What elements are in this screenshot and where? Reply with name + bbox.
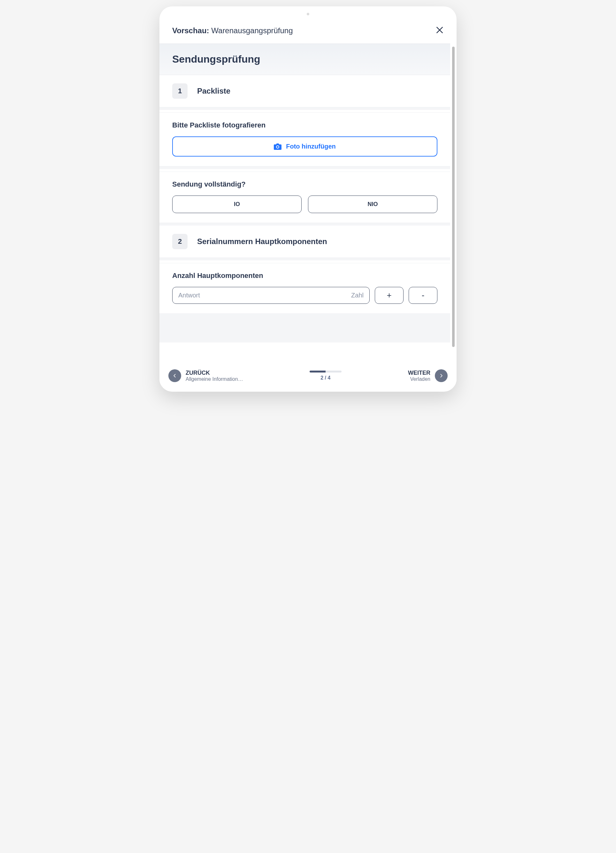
- number-unit: Zahl: [351, 292, 364, 299]
- close-icon[interactable]: [435, 26, 444, 36]
- choice-card: Sendung vollständig? IO NIO: [159, 172, 450, 223]
- camera-icon: [274, 143, 281, 150]
- step-number-badge: 2: [172, 234, 188, 249]
- step-title: Serialnummern Hauptkomponenten: [197, 237, 327, 246]
- choice-nio-button[interactable]: NIO: [308, 196, 437, 213]
- choice-row: IO NIO: [172, 196, 437, 213]
- divider: [159, 223, 450, 226]
- forward-text: WEITER Verladen: [408, 370, 430, 382]
- back-sublabel: Allgemeine Information…: [186, 376, 243, 382]
- forward-sublabel: Verladen: [410, 376, 430, 382]
- forward-button[interactable]: WEITER Verladen: [408, 369, 448, 382]
- divider: [159, 258, 450, 260]
- footer-nav: ZURÜCK Allgemeine Information… 2 / 4 WEI…: [159, 363, 457, 385]
- progress-indicator: 2 / 4: [310, 370, 341, 381]
- back-button[interactable]: ZURÜCK Allgemeine Information…: [168, 369, 243, 382]
- decrement-button[interactable]: -: [409, 287, 437, 304]
- section-title: Sendungsprüfung: [172, 53, 437, 65]
- progress-text: 2 / 4: [320, 375, 330, 381]
- step-number-badge: 1: [172, 83, 188, 99]
- progress-fill: [310, 370, 326, 372]
- modal-title-name: Warenausgangsprüfung: [211, 26, 293, 35]
- number-input-wrap[interactable]: Zahl: [172, 287, 370, 304]
- step-title: Packliste: [197, 87, 231, 96]
- add-photo-label: Foto hinzufügen: [286, 143, 336, 150]
- chevron-right-icon: [435, 369, 448, 382]
- modal-title: Vorschau: Warenausgangsprüfung: [172, 26, 293, 35]
- back-label: ZURÜCK: [186, 370, 243, 376]
- section-title-bar: Sendungsprüfung: [159, 44, 450, 75]
- number-card-label: Anzahl Hauptkomponenten: [172, 272, 437, 280]
- forward-label: WEITER: [408, 370, 430, 376]
- divider: [159, 167, 450, 169]
- chevron-left-icon: [168, 369, 181, 382]
- number-row: Zahl + -: [172, 287, 437, 304]
- choice-card-label: Sendung vollständig?: [172, 180, 437, 188]
- screen: Vorschau: Warenausgangsprüfung Sendungsp…: [159, 19, 457, 385]
- increment-button[interactable]: +: [375, 287, 404, 304]
- modal-header: Vorschau: Warenausgangsprüfung: [159, 19, 457, 44]
- step-header-1: 1 Packliste: [159, 75, 450, 107]
- tablet-frame: Vorschau: Warenausgangsprüfung Sendungsp…: [159, 6, 457, 392]
- tablet-camera-dot: [307, 13, 309, 15]
- number-card: Anzahl Hauptkomponenten Zahl + -: [159, 263, 450, 314]
- number-input[interactable]: [178, 292, 290, 299]
- spacer: [159, 314, 450, 343]
- progress-bar: [310, 370, 341, 372]
- photo-card: Bitte Packliste fotografieren Foto hinzu…: [159, 112, 450, 167]
- add-photo-button[interactable]: Foto hinzufügen: [172, 137, 437, 156]
- back-text: ZURÜCK Allgemeine Information…: [186, 370, 243, 382]
- photo-card-label: Bitte Packliste fotografieren: [172, 121, 437, 129]
- modal-title-prefix: Vorschau:: [172, 26, 209, 35]
- step-header-2: 2 Serialnummern Hauptkomponenten: [159, 226, 450, 258]
- content: Sendungsprüfung 1 Packliste Bitte Packli…: [159, 44, 457, 343]
- scroll-area[interactable]: Sendungsprüfung 1 Packliste Bitte Packli…: [159, 44, 457, 363]
- scrollbar-thumb[interactable]: [452, 47, 455, 347]
- choice-io-button[interactable]: IO: [172, 196, 302, 213]
- divider: [159, 107, 450, 110]
